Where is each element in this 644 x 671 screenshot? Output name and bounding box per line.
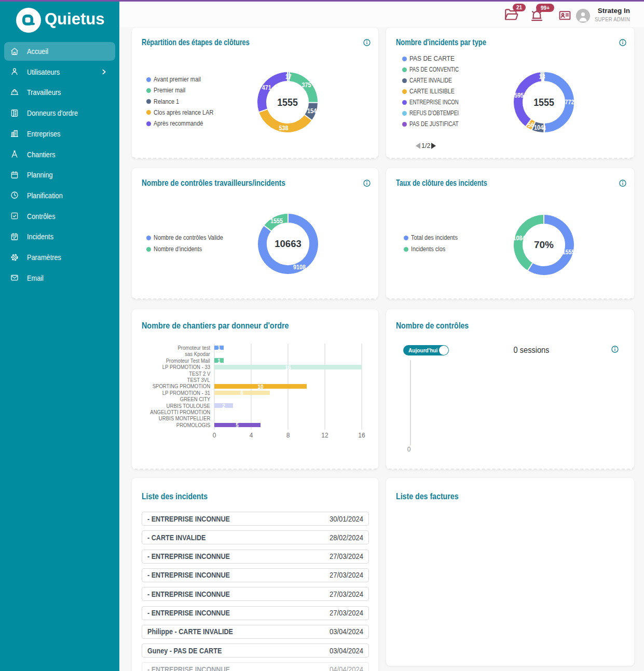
svg-text:772: 772 — [565, 98, 574, 106]
svg-text:595: 595 — [514, 91, 524, 99]
svg-text:154: 154 — [307, 107, 317, 115]
